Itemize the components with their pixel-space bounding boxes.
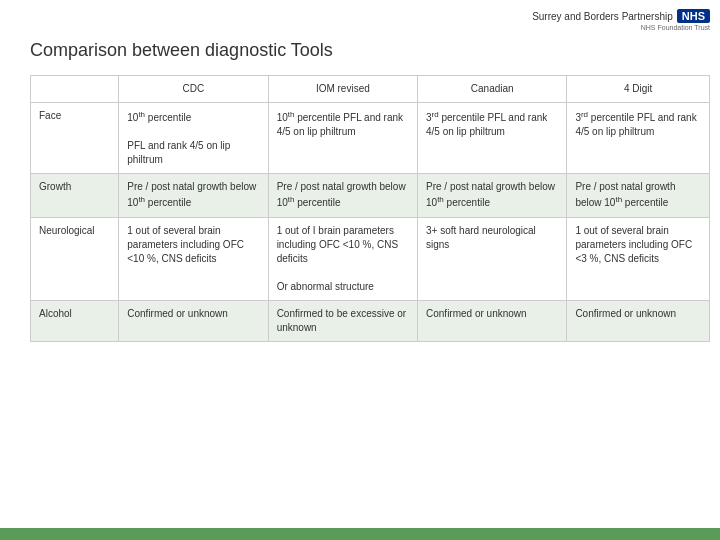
comparison-table: CDC IOM revised Canadian 4 Digit Face 10… xyxy=(30,75,710,342)
neuro-4digit: 1 out of several brain parameters includ… xyxy=(567,217,710,300)
row-label-growth: Growth xyxy=(31,174,119,217)
org-name: Surrey and Borders Partnership xyxy=(532,11,673,22)
alcohol-cdc: Confirmed or unknown xyxy=(119,300,268,341)
face-canadian: 3rd percentile PFL and rank 4/5 on lip p… xyxy=(418,103,567,174)
alcohol-iom: Confirmed to be excessive or unknown xyxy=(268,300,417,341)
nhs-sub: NHS Foundation Trust xyxy=(641,24,710,31)
table-header-row: CDC IOM revised Canadian 4 Digit xyxy=(31,76,710,103)
face-4digit: 3rd percentile PFL and rank 4/5 on lip p… xyxy=(567,103,710,174)
col-header-iom: IOM revised xyxy=(268,76,417,103)
growth-canadian: Pre / post natal growth below 10th perce… xyxy=(418,174,567,217)
table-row: Face 10th percentilePFL and rank 4/5 on … xyxy=(31,103,710,174)
growth-cdc: Pre / post natal growth below 10th perce… xyxy=(119,174,268,217)
alcohol-canadian: Confirmed or unknown xyxy=(418,300,567,341)
row-label-alcohol: Alcohol xyxy=(31,300,119,341)
col-header-empty xyxy=(31,76,119,103)
col-header-4digit: 4 Digit xyxy=(567,76,710,103)
face-cdc: 10th percentilePFL and rank 4/5 on lip p… xyxy=(119,103,268,174)
table-row: Neurological 1 out of several brain para… xyxy=(31,217,710,300)
alcohol-4digit: Confirmed or unknown xyxy=(567,300,710,341)
nhs-logo: Surrey and Borders Partnership NHS NHS F… xyxy=(532,9,710,31)
bottom-bar xyxy=(0,528,720,540)
growth-4digit: Pre / post natal growth below 10th perce… xyxy=(567,174,710,217)
growth-iom: Pre / post natal growth below 10th perce… xyxy=(268,174,417,217)
col-header-canadian: Canadian xyxy=(418,76,567,103)
neuro-cdc: 1 out of several brain parameters includ… xyxy=(119,217,268,300)
nhs-badge: NHS xyxy=(677,9,710,23)
face-iom: 10th percentile PFL and rank 4/5 on lip … xyxy=(268,103,417,174)
row-label-face: Face xyxy=(31,103,119,174)
page-title: Comparison between diagnostic Tools xyxy=(30,40,710,61)
row-label-neuro: Neurological xyxy=(31,217,119,300)
neuro-canadian: 3+ soft hard neurological signs xyxy=(418,217,567,300)
page-content: Comparison between diagnostic Tools CDC … xyxy=(30,40,710,530)
table-row: Growth Pre / post natal growth below 10t… xyxy=(31,174,710,217)
table-row: Alcohol Confirmed or unknown Confirmed t… xyxy=(31,300,710,341)
col-header-cdc: CDC xyxy=(119,76,268,103)
header-logo: Surrey and Borders Partnership NHS NHS F… xyxy=(520,0,720,40)
neuro-iom: 1 out of I brain parameters including OF… xyxy=(268,217,417,300)
